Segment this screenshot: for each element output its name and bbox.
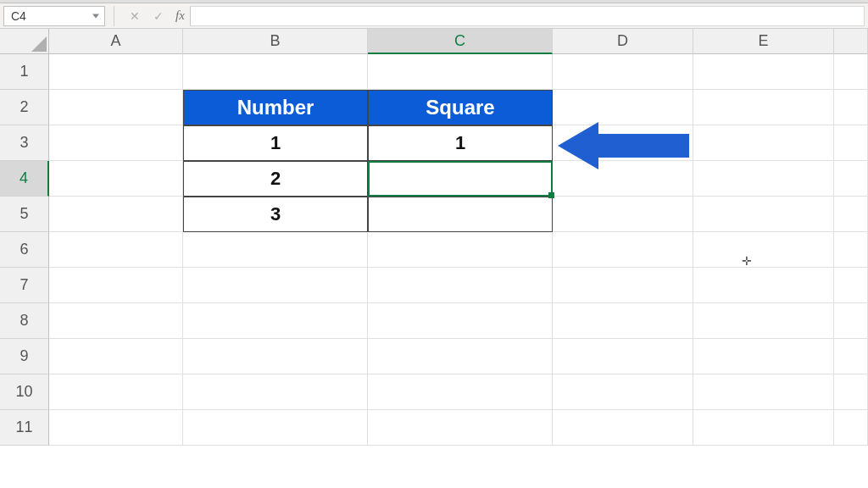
cell-D7[interactable] (553, 268, 693, 303)
cell-A7[interactable] (49, 268, 183, 303)
cell-A5[interactable] (49, 197, 183, 232)
cell-B3[interactable]: 1 (183, 125, 368, 161)
cell-A11[interactable] (49, 410, 183, 446)
cell-E1[interactable] (693, 54, 834, 90)
cell-B5[interactable]: 3 (183, 197, 368, 232)
row-header-11[interactable]: 11 (0, 410, 49, 446)
cell-C4[interactable] (368, 161, 553, 197)
row-header-5[interactable]: 5 (0, 197, 49, 232)
cell-C11[interactable] (368, 410, 553, 446)
row-header-3[interactable]: 3 (0, 125, 49, 161)
cell-A8[interactable] (49, 303, 183, 339)
cursor-plus-icon: ✛ (742, 254, 752, 268)
cell-B10[interactable] (183, 374, 368, 410)
cell-F2[interactable] (834, 90, 868, 125)
spreadsheet-grid[interactable]: A B C D E 1 2 Number Square 3 1 1 4 2 5 … (0, 29, 868, 446)
row-header-9[interactable]: 9 (0, 339, 49, 374)
cell-A9[interactable] (49, 339, 183, 374)
col-header-D[interactable]: D (553, 29, 693, 54)
cell-B11[interactable] (183, 410, 368, 446)
select-all-corner[interactable] (0, 29, 49, 54)
cell-A2[interactable] (49, 90, 183, 125)
cell-F3[interactable] (834, 125, 868, 161)
cell-F5[interactable] (834, 197, 868, 232)
cell-B9[interactable] (183, 339, 368, 374)
check-icon: ✓ (153, 9, 164, 23)
cell-D8[interactable] (553, 303, 693, 339)
cell-E11[interactable] (693, 410, 834, 446)
col-header-E[interactable]: E (693, 29, 834, 54)
cell-C6[interactable] (368, 232, 553, 268)
cell-B7[interactable] (183, 268, 368, 303)
cell-B2[interactable]: Number (183, 90, 368, 125)
cell-F6[interactable] (834, 232, 868, 268)
row-header-1[interactable]: 1 (0, 54, 49, 90)
col-header-A[interactable]: A (49, 29, 183, 54)
cell-E8[interactable] (693, 303, 834, 339)
cell-C10[interactable] (368, 374, 553, 410)
cell-F11[interactable] (834, 410, 868, 446)
cell-A10[interactable] (49, 374, 183, 410)
cell-A1[interactable] (49, 54, 183, 90)
cell-D9[interactable] (553, 339, 693, 374)
cell-E4[interactable] (693, 161, 834, 197)
cell-B6[interactable] (183, 232, 368, 268)
cell-E2[interactable] (693, 90, 834, 125)
cell-E9[interactable] (693, 339, 834, 374)
name-box[interactable]: C4 (3, 6, 105, 26)
svg-marker-0 (558, 122, 689, 169)
cell-E5[interactable] (693, 197, 834, 232)
row-header-2[interactable]: 2 (0, 90, 49, 125)
cell-C9[interactable] (368, 339, 553, 374)
divider (114, 6, 114, 26)
cell-C8[interactable] (368, 303, 553, 339)
formula-input[interactable] (190, 6, 865, 26)
cell-E10[interactable] (693, 374, 834, 410)
cell-E6[interactable] (693, 232, 834, 268)
cell-C7[interactable] (368, 268, 553, 303)
cell-F4[interactable] (834, 161, 868, 197)
row-header-6[interactable]: 6 (0, 232, 49, 268)
cell-C5[interactable] (368, 197, 553, 232)
enter-formula-button: ✓ (147, 6, 170, 26)
cell-F9[interactable] (834, 339, 868, 374)
cell-C2[interactable]: Square (368, 90, 553, 125)
cell-D1[interactable] (553, 54, 693, 90)
cell-D6[interactable] (553, 232, 693, 268)
row-header-10[interactable]: 10 (0, 374, 49, 410)
cell-B8[interactable] (183, 303, 368, 339)
cell-C3[interactable]: 1 (368, 125, 553, 161)
x-icon: ✕ (130, 9, 140, 23)
row-header-4[interactable]: 4 (0, 161, 49, 197)
cell-D5[interactable] (553, 197, 693, 232)
cell-F1[interactable] (834, 54, 868, 90)
formula-bar: C4 ✕ ✓ fx (0, 3, 868, 29)
cell-F7[interactable] (834, 268, 868, 303)
fx-label[interactable]: fx (175, 8, 185, 23)
cell-D11[interactable] (553, 410, 693, 446)
cell-A6[interactable] (49, 232, 183, 268)
cell-B1[interactable] (183, 54, 368, 90)
cell-D10[interactable] (553, 374, 693, 410)
cell-E7[interactable] (693, 268, 834, 303)
col-header-F[interactable] (834, 29, 868, 54)
cell-E3[interactable] (693, 125, 834, 161)
row-header-8[interactable]: 8 (0, 303, 49, 339)
name-box-value: C4 (11, 9, 26, 23)
cell-F10[interactable] (834, 374, 868, 410)
cell-F8[interactable] (834, 303, 868, 339)
cancel-formula-button: ✕ (123, 6, 147, 26)
annotation-arrow-icon (558, 120, 693, 171)
col-header-C[interactable]: C (368, 29, 553, 54)
row-header-7[interactable]: 7 (0, 268, 49, 303)
name-box-dropdown-icon[interactable] (92, 14, 99, 18)
cell-B4[interactable]: 2 (183, 161, 368, 197)
cell-C1[interactable] (368, 54, 553, 90)
cell-A3[interactable] (49, 125, 183, 161)
col-header-B[interactable]: B (183, 29, 368, 54)
cell-A4[interactable] (49, 161, 183, 197)
